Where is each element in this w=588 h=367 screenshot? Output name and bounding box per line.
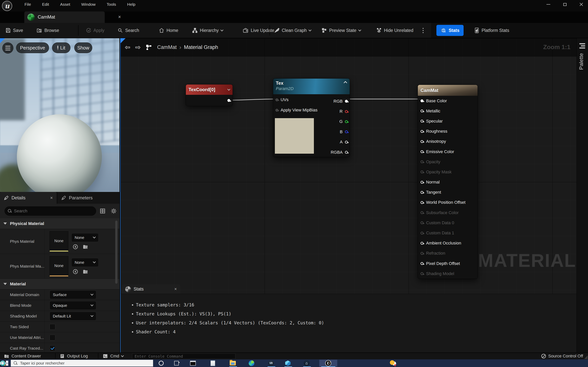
material-input-row[interactable]: Custom Data 0 — [418, 218, 477, 228]
toolbar-options-button[interactable] — [423, 23, 424, 38]
material-preview-viewport[interactable]: Perspective Lit Show Z X + — [0, 38, 120, 192]
tab-parameters[interactable]: Parameters — [57, 192, 120, 204]
stats-panel-tab[interactable]: Stats × — [122, 284, 180, 294]
material-input-pin[interactable] — [421, 262, 424, 265]
tex-input-uvs[interactable]: UVs — [276, 97, 289, 102]
taskbar-app-cube[interactable] — [283, 360, 293, 367]
node-material-result[interactable]: CamMat Base Color Metallic — [418, 85, 478, 279]
use-selected-icon[interactable] — [73, 269, 78, 275]
save-button[interactable]: Save — [5, 23, 23, 38]
taskbar-app-unreal[interactable]: U — [319, 360, 337, 367]
uvs-input-pin[interactable] — [276, 99, 278, 101]
home-button[interactable]: Home — [159, 23, 178, 38]
material-input-row[interactable]: Roughness — [418, 126, 477, 136]
minimize-button[interactable] — [545, 1, 552, 7]
live-update-button[interactable]: Live Update — [243, 23, 279, 38]
close-window-button[interactable] — [578, 1, 585, 7]
lit-mode-button[interactable]: Lit — [52, 42, 70, 53]
material-input-row[interactable]: Ambient Occlusion — [418, 238, 477, 248]
material-input-pin[interactable] — [421, 232, 424, 234]
material-input-row[interactable]: World Position Offset — [418, 197, 477, 208]
cmd-dropdown-button[interactable]: Cmd — [103, 353, 123, 359]
tray-icon[interactable] — [0, 360, 6, 366]
taskbar-app-file-explorer[interactable] — [228, 360, 237, 367]
palette-side-tab[interactable]: Palette — [577, 38, 588, 352]
material-input-pin[interactable] — [421, 160, 424, 163]
stats-tab-close-icon[interactable]: × — [174, 286, 177, 292]
hide-unrelated-button[interactable]: Hide Unrelated — [376, 23, 413, 38]
output-pin[interactable] — [345, 151, 348, 154]
menu-item[interactable]: Asset — [60, 2, 70, 7]
blend-mode-dropdown[interactable]: Opaque — [50, 301, 96, 310]
material-input-row[interactable]: Base Color — [418, 96, 477, 106]
taskbar-app-terminal[interactable] — [188, 360, 198, 367]
console-command-input[interactable] — [135, 354, 233, 359]
tex-output-row[interactable]: RGBA — [331, 147, 348, 157]
menu-item[interactable]: Tools — [107, 2, 116, 7]
forward-arrow-icon[interactable]: ⇨ — [135, 43, 141, 51]
platform-stats-button[interactable]: Platform Stats — [474, 23, 509, 38]
viewport-menu-button[interactable] — [2, 42, 13, 53]
taskbar-app-edge[interactable] — [247, 360, 256, 367]
section-physical-material[interactable]: Physical Material — [0, 218, 120, 229]
material-input-row[interactable]: Emissive Color — [418, 147, 477, 157]
material-input-row[interactable]: Opacity — [418, 157, 477, 167]
two-sided-checkbox[interactable] — [50, 324, 55, 330]
browse-to-asset-icon[interactable] — [83, 269, 88, 275]
output-log-button[interactable]: Output Log — [60, 353, 88, 359]
details-tab-close-icon[interactable]: × — [50, 195, 53, 200]
material-input-pin[interactable] — [421, 242, 424, 245]
preview-state-button[interactable]: Preview State — [321, 23, 361, 38]
material-input-pin[interactable] — [421, 150, 424, 153]
taskbar-app-vr[interactable]: VR — [267, 360, 276, 367]
use-material-attributes-checkbox[interactable] — [50, 335, 55, 341]
shading-model-dropdown[interactable]: Default Lit — [50, 312, 96, 321]
material-input-row[interactable]: Shading Model — [418, 268, 477, 279]
cast-ray-traced-checkbox[interactable] — [50, 345, 55, 351]
output-pin[interactable] — [345, 141, 348, 143]
material-input-pin[interactable] — [421, 140, 424, 143]
tab-details[interactable]: Details × — [0, 192, 57, 204]
menu-item[interactable]: File — [25, 2, 31, 7]
material-input-row[interactable]: Refraction — [418, 248, 477, 259]
menu-item[interactable]: Edit — [42, 2, 49, 7]
hierarchy-button[interactable]: Hierarchy — [192, 23, 223, 38]
material-input-row[interactable]: Specular — [418, 116, 477, 126]
maximize-button[interactable] — [562, 1, 568, 7]
material-input-pin[interactable] — [421, 211, 424, 214]
material-input-pin[interactable] — [421, 181, 424, 184]
asset-tab-close-icon[interactable]: × — [118, 14, 121, 20]
material-graph-canvas[interactable]: TexCoord[0] Tex Param2D UVs Apply View M… — [120, 38, 577, 352]
browse-to-asset-icon[interactable] — [83, 244, 88, 250]
tex-input-mipbias[interactable]: Apply View MipBias — [276, 108, 318, 113]
material-input-pin[interactable] — [421, 100, 424, 102]
material-input-pin[interactable] — [421, 272, 424, 275]
details-search-box[interactable] — [5, 206, 96, 216]
material-input-pin[interactable] — [421, 130, 424, 133]
section-material[interactable]: Material — [0, 279, 120, 289]
source-control-button[interactable]: Source Control Off — [541, 353, 583, 359]
node-texcoord[interactable]: TexCoord[0] — [186, 84, 233, 106]
breadcrumb-asset[interactable]: CamMat — [157, 44, 177, 50]
details-scrollbar[interactable] — [115, 221, 118, 284]
material-input-row[interactable]: Normal — [418, 177, 477, 187]
mipbias-input-pin[interactable] — [276, 109, 278, 112]
node-texture-param[interactable]: Tex Param2D UVs Apply View MipBias RGB — [273, 78, 350, 157]
material-input-row[interactable]: Custom Data 1 — [418, 228, 477, 238]
clean-graph-button[interactable]: Clean Graph — [274, 23, 311, 38]
texcoord-output-pin[interactable] — [227, 99, 230, 102]
material-input-pin[interactable] — [421, 252, 424, 255]
material-input-row[interactable]: Anisotropy — [418, 136, 477, 147]
toolbar-search-button[interactable]: Search — [118, 23, 139, 38]
taskbar-search-input[interactable] — [20, 361, 150, 366]
console-command-box[interactable] — [132, 353, 235, 359]
menu-item[interactable]: Window — [81, 2, 96, 7]
material-input-row[interactable]: Opacity Mask — [418, 167, 477, 177]
phys-material-mask-dropdown[interactable]: None — [71, 258, 99, 267]
show-menu-button[interactable]: Show — [74, 42, 92, 53]
chevron-down-icon[interactable] — [227, 88, 230, 91]
tex-output-row[interactable]: B — [331, 127, 348, 137]
material-input-pin[interactable] — [421, 120, 424, 123]
task-view-button[interactable] — [172, 360, 181, 367]
taskbar-app-notepad[interactable] — [208, 360, 217, 367]
